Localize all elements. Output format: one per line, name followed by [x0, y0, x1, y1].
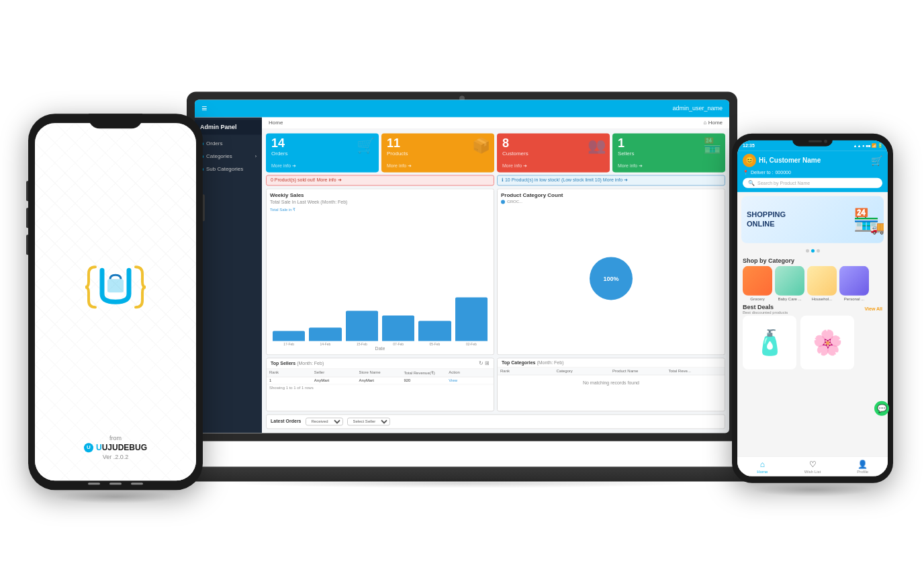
phone-left-frame: from U UUJUDEBUG Ver .2.0.2: [28, 114, 203, 490]
bar-group-4: 07-Feb: [382, 315, 414, 346]
grocery-icon: [743, 265, 772, 295]
search-placeholder: Search by Product Name: [757, 180, 810, 185]
deals-title: Best Deals: [743, 303, 788, 310]
greeting-text: Hi, Customer Name: [759, 157, 821, 164]
sidebar-item-subcategories[interactable]: Sub Categories: [195, 163, 262, 175]
phone-left: from U UUJUDEBUG Ver .2.0.2: [28, 114, 203, 490]
chart-xlabel: Date: [270, 346, 490, 351]
weekly-sales-chart: Weekly Sales Total Sale In Last Week (Mo…: [266, 188, 494, 355]
app-bottom-nav: ⌂ Home ♡ Wish List 👤 Profile: [737, 456, 888, 476]
bar-group-5: 05-Feb: [418, 321, 451, 346]
bar-label-4: 07-Feb: [393, 342, 404, 346]
nav-home[interactable]: ⌂ Home: [737, 459, 788, 473]
td-rank: 1: [269, 378, 312, 382]
deal-card-1[interactable]: 🧴: [743, 315, 796, 369]
th-action: Action: [449, 370, 491, 375]
cat-household[interactable]: Househol...: [807, 265, 837, 300]
banner-text: SHOPPING ONLINE: [747, 210, 786, 228]
cat-grocery[interactable]: Grocery: [743, 265, 772, 300]
whatsapp-button[interactable]: 💬: [874, 401, 888, 415]
top-categories-header: Top Categories (Month: Feb): [498, 358, 725, 368]
top-categories-table: Top Categories (Month: Feb) Rank Categor…: [497, 358, 725, 411]
deliver-row: 📍 Deliver to : 000000: [743, 169, 882, 175]
pin-icon: 📍: [743, 169, 749, 175]
admin-content: 14 Orders More info ➜ 🛒 11 Products More: [262, 129, 729, 433]
vol-up-button: [26, 181, 28, 201]
alert-lowstock-text: 10 Product(s) in low stock! (Low stock l…: [505, 177, 602, 182]
bar-group-6: 02-Feb: [455, 297, 488, 346]
svg-rect-2: [107, 279, 124, 292]
chevron-right-icon: ›: [255, 154, 257, 159]
power-button: [203, 194, 205, 221]
splash-brand-name: UUJUDEBUG: [96, 443, 147, 452]
splash-brand: U UUJUDEBUG: [35, 443, 196, 452]
bottom-bar-left: [88, 482, 100, 485]
stat-sellers: 1 Sellers More info ➜ 🏪: [612, 133, 725, 172]
latest-orders: Latest Orders Received Select Seller: [266, 414, 725, 429]
th-rank: Rank: [269, 370, 312, 375]
categories-section-title: Shop by Category: [737, 254, 888, 265]
phone-right-shadow: [752, 482, 873, 496]
stat-products: 11 Products More info ➜ 📦: [381, 133, 494, 172]
stat-orders: 14 Orders More info ➜ 🛒: [266, 133, 379, 172]
pie-legend-dot: [501, 200, 505, 204]
sellers-more[interactable]: More info ➜: [618, 163, 643, 169]
bar-5: [418, 321, 451, 341]
cat-th-rank: Rank: [500, 369, 554, 373]
sidebar-item-categories[interactable]: Categories ›: [195, 150, 262, 163]
alert-soldout-more[interactable]: More info ➜: [316, 177, 341, 182]
phone-right-frame: 12:35 ▲▲ ● ■■ 📶 🔋 😊 Hi, Customer Name 🛒: [732, 133, 893, 482]
deliver-value: 000000: [775, 170, 790, 175]
admin-user: admin_user_name: [672, 105, 723, 112]
customers-more[interactable]: More info ➜: [502, 163, 527, 169]
th-revenue: Total Revenue(₹): [404, 370, 446, 375]
deals-header: Best Deals Best discounted products View…: [737, 300, 888, 315]
table-controls[interactable]: ↻ ⊞: [479, 360, 490, 366]
orders-more[interactable]: More info ➜: [271, 163, 296, 169]
search-bar[interactable]: 🔍 Search by Product Name: [743, 177, 882, 187]
bar-group-1: 17-Feb: [273, 331, 305, 346]
cart-icon[interactable]: 🛒: [871, 155, 882, 165]
seller-select[interactable]: Select Seller: [347, 417, 390, 425]
cart-icon: 🛒: [357, 137, 375, 155]
cat-personal[interactable]: Personal ...: [839, 265, 869, 300]
admin-main: Home ⌂ Home 14 Orders More: [262, 117, 729, 433]
cat-baby[interactable]: Baby Care ...: [775, 265, 804, 300]
wishlist-label: Wish List: [804, 469, 821, 473]
scene: ≡ admin_user_name Admin Panel Orders: [0, 0, 924, 588]
brand-icon: U: [84, 443, 93, 452]
admin-topbar: ≡ admin_user_name: [195, 99, 729, 117]
tables-row: Top Sellers (Month: Feb) ↻ ⊞ Rank Seller: [266, 358, 725, 411]
phone-right-screen: 12:35 ▲▲ ● ■■ 📶 🔋 😊 Hi, Customer Name 🛒: [737, 140, 888, 476]
bar-2: [309, 327, 341, 341]
products-icon: 📦: [472, 137, 490, 155]
sidebar-categories-label: Categories: [206, 153, 232, 159]
alert-lowstock: ℹ 10 Product(s) in low stock! (Low stock…: [497, 175, 725, 185]
phone-right: 12:35 ▲▲ ● ■■ 📶 🔋 😊 Hi, Customer Name 🛒: [732, 133, 893, 482]
bottom-bar-right: [131, 482, 143, 485]
no-data: No matching records found: [498, 375, 725, 390]
table-footer: Showing 1 to 1 of 1 rows: [267, 384, 494, 391]
top-sellers-table: Top Sellers (Month: Feb) ↻ ⊞ Rank Seller: [266, 358, 494, 411]
splash-version: Ver .2.0.2: [35, 454, 196, 460]
bar-group-3: 15-Feb: [346, 310, 378, 346]
view-button[interactable]: View: [449, 378, 491, 382]
cat-th-revenue: Total Reve...: [669, 369, 723, 373]
hamburger-icon[interactable]: ≡: [201, 103, 207, 114]
bar-label-2: 14-Feb: [320, 342, 331, 346]
alert-lowstock-more[interactable]: More info ➜: [603, 177, 628, 182]
breadcrumb-link: ⌂ Home: [704, 120, 723, 126]
admin-breadcrumb: Home ⌂ Home: [262, 117, 729, 129]
nav-profile[interactable]: 👤 Profile: [837, 459, 888, 473]
nav-wishlist[interactable]: ♡ Wish List: [788, 459, 838, 473]
deals-row: 🧴 🌸: [737, 315, 888, 369]
home-icon: ⌂: [760, 459, 765, 468]
sidebar-item-orders[interactable]: Orders: [195, 137, 262, 150]
alert-soldout-text: 0 Product(s) sold out!: [271, 177, 316, 182]
products-more[interactable]: More info ➜: [387, 163, 412, 169]
status-select[interactable]: Received: [306, 417, 343, 425]
deal-card-2[interactable]: 🌸: [800, 315, 854, 369]
product-icon-2: 🌸: [813, 328, 843, 356]
view-all-button[interactable]: View All: [865, 306, 882, 311]
charts-row: Weekly Sales Total Sale In Last Week (Mo…: [266, 188, 725, 355]
